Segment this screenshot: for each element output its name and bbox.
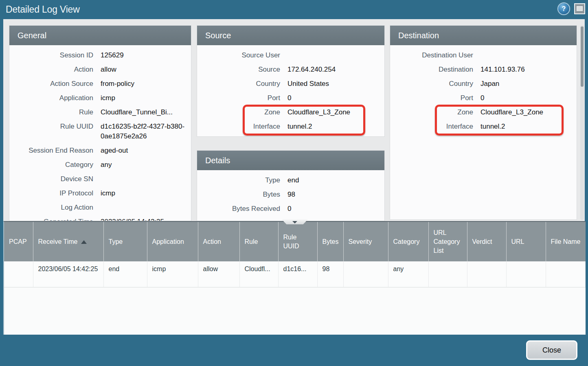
field-value: Cloudflare_Tunnel_Bi... — [101, 107, 191, 117]
field-label: Source — [197, 65, 280, 75]
column-header-verdict[interactable]: Verdict — [467, 222, 506, 261]
field-row: Applicationicmp — [9, 93, 191, 103]
field-value: 141.101.93.76 — [480, 65, 577, 75]
field-label: Interface — [197, 122, 280, 131]
field-label: Interface — [390, 122, 473, 131]
field-label: Type — [197, 175, 280, 185]
field-value: Japan — [480, 79, 577, 89]
field-label: Generated Time — [9, 217, 93, 221]
help-icon[interactable]: ? — [558, 3, 569, 14]
field-label: Log Action — [9, 203, 93, 213]
source-panel-header: Source — [197, 26, 384, 45]
field-label: Rule UUID — [9, 122, 93, 131]
field-value — [101, 203, 191, 213]
field-row: ZoneCloudflare_L3_Zone — [390, 107, 577, 117]
field-row: Bytes98 — [197, 190, 384, 199]
field-label: Country — [390, 79, 473, 89]
field-value: Cloudflare_L3_Zone — [287, 107, 384, 117]
column-label: Bytes — [323, 238, 339, 245]
source-fields: Source User Source172.64.240.254 Country… — [197, 45, 384, 131]
field-row: CountryUnited States — [197, 79, 384, 89]
field-row: Typeend — [197, 175, 384, 185]
column-header-rule-uuid[interactable]: Rule UUID — [278, 222, 317, 261]
field-label: Action Source — [9, 79, 93, 89]
column-label: URL Category List — [434, 229, 460, 254]
details-panel: Details Typeend Bytes98 Bytes Received0 — [197, 150, 385, 221]
field-value — [480, 50, 577, 60]
general-panel: General Session ID125629 Actionallow Act… — [9, 25, 191, 221]
field-value: 0 — [287, 204, 384, 214]
column-label: Action — [203, 238, 221, 245]
general-fields: Session ID125629 Actionallow Action Sour… — [9, 45, 191, 221]
vertical-scrollbar-track[interactable] — [580, 25, 584, 220]
field-value: Cloudflare_L3_Zone — [480, 107, 577, 117]
field-value — [101, 174, 191, 184]
close-button[interactable]: Close — [526, 340, 577, 360]
source-panel: Source Source User Source172.64.240.254 … — [197, 25, 385, 137]
cell-url-category-list — [428, 261, 467, 287]
column-header-action[interactable]: Action — [198, 222, 239, 261]
log-table: PCAP Receive Time Type Application Actio… — [4, 222, 586, 287]
cell-rule: Cloudfl... — [239, 261, 278, 287]
column-header-application[interactable]: Application — [147, 222, 198, 261]
field-row: Session End Reasonaged-out — [9, 146, 191, 156]
vertical-scrollbar-thumb[interactable] — [581, 26, 584, 87]
field-label: Port — [390, 93, 473, 103]
field-row: Generated Time2023/06/05 14:42:25 — [9, 217, 191, 221]
field-label: Destination User — [390, 50, 473, 60]
field-row: Port0 — [197, 93, 384, 103]
field-label: Device SN — [9, 174, 93, 184]
field-value: icmp — [101, 188, 191, 198]
field-row: RuleCloudflare_Tunnel_Bi... — [9, 107, 191, 117]
page-title: Detailed Log View — [6, 4, 80, 15]
field-value: allow — [101, 65, 191, 75]
log-table-row[interactable]: 2023/06/05 14:42:25 end icmp allow Cloud… — [4, 261, 586, 287]
column-header-bytes[interactable]: Bytes — [317, 222, 343, 261]
field-row: Actionallow — [9, 65, 191, 75]
field-value: any — [101, 160, 191, 170]
general-panel-header: General — [9, 26, 191, 45]
destination-panel-header: Destination — [390, 26, 577, 45]
cell-file-name — [546, 261, 586, 287]
cell-receive-time: 2023/06/05 14:42:25 — [33, 261, 103, 287]
detailed-log-view-dialog: { "title_bar": { "title": "Detailed Log … — [0, 0, 588, 366]
field-label: Session End Reason — [9, 146, 93, 156]
field-value: icmp — [101, 93, 191, 103]
log-table-header-row: PCAP Receive Time Type Application Actio… — [4, 222, 586, 261]
column-header-file-name[interactable]: File Name — [546, 222, 586, 261]
field-value: tunnel.2 — [287, 122, 384, 131]
field-label: Destination — [390, 65, 473, 75]
column-label: Rule — [245, 238, 258, 245]
field-label: Rule — [9, 107, 93, 117]
column-label: Verdict — [472, 238, 492, 245]
field-label: IP Protocol — [9, 188, 93, 198]
field-label: Source User — [197, 50, 280, 60]
column-header-category[interactable]: Category — [388, 222, 428, 261]
column-header-receive-time[interactable]: Receive Time — [33, 222, 103, 261]
field-value: 172.64.240.254 — [287, 65, 384, 75]
details-fields: Typeend Bytes98 Bytes Received0 — [197, 170, 384, 214]
details-panel-header: Details — [197, 151, 384, 170]
column-header-rule[interactable]: Rule — [239, 222, 278, 261]
collapse-down-icon — [292, 221, 297, 224]
sort-ascending-icon — [81, 240, 87, 244]
destination-fields: Destination User Destination141.101.93.7… — [390, 45, 577, 131]
field-row: Action Sourcefrom-policy — [9, 79, 191, 89]
column-header-pcap[interactable]: PCAP — [4, 222, 33, 261]
column-header-url[interactable]: URL — [506, 222, 546, 261]
maximize-window-icon[interactable] — [574, 3, 585, 14]
cell-severity — [343, 261, 388, 287]
column-header-severity[interactable]: Severity — [343, 222, 388, 261]
field-label: Session ID — [9, 50, 93, 60]
field-label: Bytes — [197, 190, 280, 199]
field-value — [287, 50, 384, 60]
field-row: Port0 — [390, 93, 577, 103]
column-header-url-category-list[interactable]: URL Category List — [428, 222, 467, 261]
field-row: Interfacetunnel.2 — [390, 122, 577, 131]
column-header-type[interactable]: Type — [103, 222, 147, 261]
field-row: Categoryany — [9, 160, 191, 170]
field-label: Category — [9, 160, 93, 170]
column-label: URL — [511, 238, 524, 245]
close-button-label: Close — [542, 346, 561, 355]
cell-application: icmp — [147, 261, 198, 287]
